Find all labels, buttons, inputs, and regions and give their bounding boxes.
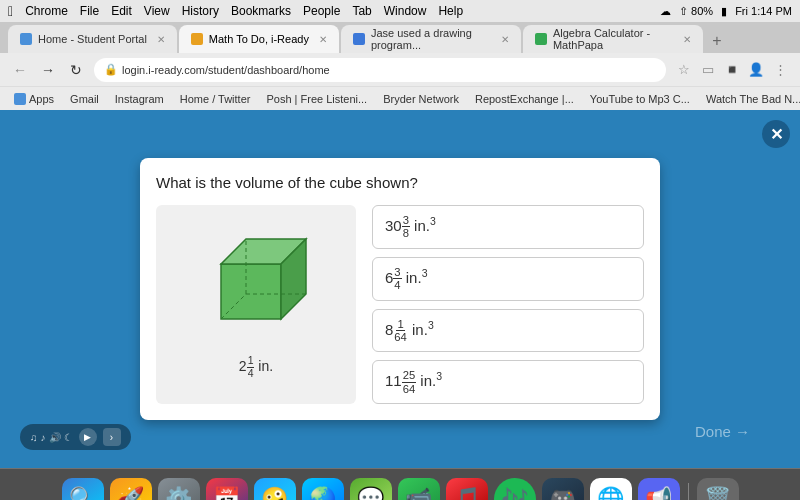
answer-option-1[interactable]: 3038 in.3 bbox=[372, 205, 644, 249]
play-button[interactable]: ▶ bbox=[79, 428, 97, 446]
apps-favicon bbox=[14, 93, 26, 105]
forward-button[interactable]: → bbox=[38, 60, 58, 80]
tab-label-jase: Jase used a drawing program... bbox=[371, 27, 491, 51]
bookmark-label-bryder: Bryder Network bbox=[383, 93, 459, 105]
answer-4-text: 112564 in.3 bbox=[385, 369, 442, 395]
people-menu[interactable]: People bbox=[303, 4, 340, 18]
answer-2-text: 634 in.3 bbox=[385, 266, 427, 292]
main-content: ✕ What is the volume of the cube shown? bbox=[0, 110, 800, 468]
bookmark-bryder[interactable]: Bryder Network bbox=[377, 89, 465, 109]
reload-button[interactable]: ↻ bbox=[66, 60, 86, 80]
bookmark-apps[interactable]: Apps bbox=[8, 89, 60, 109]
answer-3-text: 8164 in.3 bbox=[385, 318, 434, 344]
profile-icon[interactable]: 👤 bbox=[746, 60, 766, 80]
bookmark-twitter[interactable]: Home / Twitter bbox=[174, 89, 257, 109]
bookmark-watch[interactable]: Watch The Bad N... bbox=[700, 89, 800, 109]
address-bar[interactable]: 🔒 login.i-ready.com/student/dashboard/ho… bbox=[94, 58, 666, 82]
bookmark-label-gmail: Gmail bbox=[70, 93, 99, 105]
menu-bar:  Chrome File Edit View History Bookmark… bbox=[0, 0, 800, 22]
chrome-menu[interactable]: Chrome bbox=[25, 4, 68, 18]
answer-option-2[interactable]: 634 in.3 bbox=[372, 257, 644, 301]
tab-math[interactable]: Math To Do, i-Ready ✕ bbox=[179, 25, 339, 53]
bookmark-label-twitter: Home / Twitter bbox=[180, 93, 251, 105]
tab-close-algebra[interactable]: ✕ bbox=[683, 34, 691, 45]
tab-home[interactable]: Home - Student Portal ✕ bbox=[8, 25, 177, 53]
note-icon: ♪ bbox=[41, 432, 46, 443]
dock-facetime[interactable]: 📹 bbox=[398, 478, 440, 501]
tab-close-math[interactable]: ✕ bbox=[319, 34, 327, 45]
menu-dots-icon[interactable]: ⋮ bbox=[770, 60, 790, 80]
clock: Fri 1:14 PM bbox=[735, 5, 792, 17]
wifi-indicator: ⇧ 80% bbox=[679, 5, 713, 18]
dock-steam[interactable]: 🎮 bbox=[542, 478, 584, 501]
view-menu[interactable]: View bbox=[144, 4, 170, 18]
close-button[interactable]: ✕ bbox=[762, 120, 790, 148]
bookmark-repost[interactable]: RepostExchange |... bbox=[469, 89, 580, 109]
dock-discord[interactable]: 📢 bbox=[638, 478, 680, 501]
dock-chrome[interactable]: 🌐 bbox=[590, 478, 632, 501]
question-text: What is the volume of the cube shown? bbox=[156, 174, 644, 191]
dock-trash[interactable]: 🗑️ bbox=[697, 478, 739, 501]
dock-separator bbox=[688, 483, 689, 501]
bookmark-label-instagram: Instagram bbox=[115, 93, 164, 105]
apple-menu[interactable]:  bbox=[8, 3, 13, 19]
dock-messages[interactable]: 💬 bbox=[350, 478, 392, 501]
cube-svg bbox=[191, 229, 321, 349]
cast-icon[interactable]: ▭ bbox=[698, 60, 718, 80]
bookmark-gmail[interactable]: Gmail bbox=[64, 89, 105, 109]
bookmark-label-posh: Posh | Free Listeni... bbox=[266, 93, 367, 105]
dock-launchpad[interactable]: 🚀 bbox=[110, 478, 152, 501]
dock-music[interactable]: 🎵 bbox=[446, 478, 488, 501]
tab-jase[interactable]: Jase used a drawing program... ✕ bbox=[341, 25, 521, 53]
nav-actions: ☆ ▭ ◾ 👤 ⋮ bbox=[674, 60, 790, 80]
bookmarks-bar: Apps Gmail Instagram Home / Twitter Posh… bbox=[0, 86, 800, 110]
battery-indicator: ▮ bbox=[721, 5, 727, 18]
done-button[interactable]: Done → bbox=[695, 423, 750, 440]
dock-sysprefs[interactable]: ⚙️ bbox=[158, 478, 200, 501]
history-menu[interactable]: History bbox=[182, 4, 219, 18]
answers-area: 3038 in.3 634 in.3 8164 in.3 112564 in.3 bbox=[372, 205, 644, 404]
bookmark-label-youtube: YouTube to Mp3 C... bbox=[590, 93, 690, 105]
window-menu[interactable]: Window bbox=[384, 4, 427, 18]
extensions-icon[interactable]: ◾ bbox=[722, 60, 742, 80]
dock-safari[interactable]: 🌏 bbox=[302, 478, 344, 501]
expand-button[interactable]: › bbox=[103, 428, 121, 446]
bookmark-posh[interactable]: Posh | Free Listeni... bbox=[260, 89, 373, 109]
edit-menu[interactable]: Edit bbox=[111, 4, 132, 18]
tab-favicon-home bbox=[20, 33, 32, 45]
bookmarks-menu[interactable]: Bookmarks bbox=[231, 4, 291, 18]
question-card: What is the volume of the cube shown? bbox=[140, 158, 660, 420]
address-text: login.i-ready.com/student/dashboard/home bbox=[122, 64, 330, 76]
tab-favicon-math bbox=[191, 33, 203, 45]
help-menu[interactable]: Help bbox=[438, 4, 463, 18]
bookmark-instagram[interactable]: Instagram bbox=[109, 89, 170, 109]
answer-option-4[interactable]: 112564 in.3 bbox=[372, 360, 644, 404]
new-tab-button[interactable]: + bbox=[705, 29, 729, 53]
back-button[interactable]: ← bbox=[10, 60, 30, 80]
speaker-icon: 🔊 bbox=[49, 432, 61, 443]
tab-label-math: Math To Do, i-Ready bbox=[209, 33, 309, 45]
tab-close-home[interactable]: ✕ bbox=[157, 34, 165, 45]
cube-illustration: 214 in. bbox=[156, 205, 356, 404]
browser-chrome: Home - Student Portal ✕ Math To Do, i-Re… bbox=[0, 22, 800, 110]
tab-close-jase[interactable]: ✕ bbox=[501, 34, 509, 45]
tab-menu[interactable]: Tab bbox=[352, 4, 371, 18]
tab-favicon-jase bbox=[353, 33, 365, 45]
dock-appstore[interactable]: 🤪 bbox=[254, 478, 296, 501]
answer-1-text: 3038 in.3 bbox=[385, 214, 436, 240]
file-menu[interactable]: File bbox=[80, 4, 99, 18]
dock-finder[interactable]: 🔍 bbox=[62, 478, 104, 501]
dropbox-icon: ☁ bbox=[660, 5, 671, 18]
bookmark-youtube[interactable]: YouTube to Mp3 C... bbox=[584, 89, 696, 109]
question-body: 214 in. 3038 in.3 634 in.3 8164 in.3 112… bbox=[156, 205, 644, 404]
tab-algebra[interactable]: Algebra Calculator - MathPapa ✕ bbox=[523, 25, 703, 53]
tab-label-algebra: Algebra Calculator - MathPapa bbox=[553, 27, 673, 51]
moon-icon: ☾ bbox=[64, 432, 73, 443]
dock-spotify[interactable]: 🎶 bbox=[494, 478, 536, 501]
nav-bar: ← → ↻ 🔒 login.i-ready.com/student/dashbo… bbox=[0, 53, 800, 86]
bookmark-label-watch: Watch The Bad N... bbox=[706, 93, 800, 105]
bookmark-star-icon[interactable]: ☆ bbox=[674, 60, 694, 80]
answer-option-3[interactable]: 8164 in.3 bbox=[372, 309, 644, 353]
done-label: Done → bbox=[695, 423, 750, 440]
dock-calendar[interactable]: 📅 bbox=[206, 478, 248, 501]
